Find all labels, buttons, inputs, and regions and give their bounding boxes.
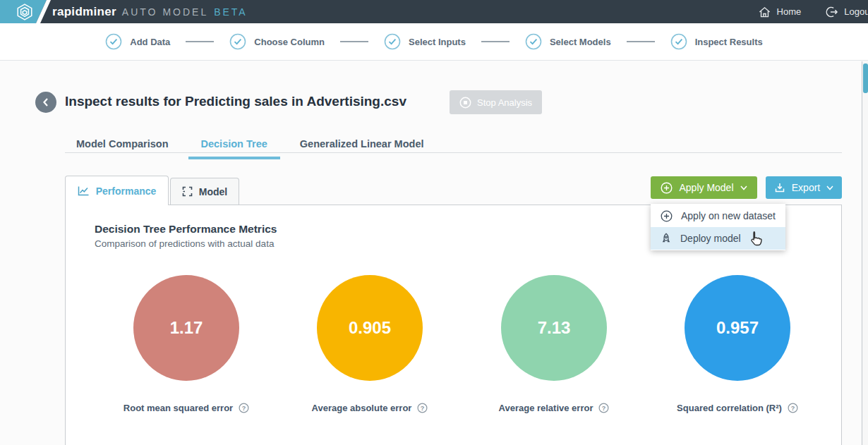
metric-label-relative-error: Average relative error ? [448,403,660,413]
line-chart-icon [78,185,90,196]
step-connector [481,41,510,42]
home-label: Home [777,6,802,17]
step-choose-column[interactable]: Choose Column [229,33,325,50]
header-nav: Home Logout [758,0,868,23]
check-circle-icon [229,33,246,50]
metric-value: 0.905 [349,318,391,338]
check-circle-icon [105,33,122,50]
metric-label-rmse: Root mean squared error ? [80,403,292,413]
logout-icon [825,6,838,18]
metric-label-text: Squared correlation (R²) [677,403,782,413]
scrollbar-thumb[interactable] [863,63,868,93]
help-icon[interactable]: ? [598,403,609,413]
panel-heading: Decision Tree Performance Metrics [95,223,277,236]
step-connector [627,41,655,42]
menu-item-apply-on-new-dataset[interactable]: Apply on new dataset [651,205,785,227]
rapidminer-logo-icon[interactable] [16,3,34,21]
home-icon [758,6,771,18]
metric-label-absolute-error: Average absolute error ? [264,403,476,413]
tab-model[interactable]: Model [170,178,239,205]
step-label: Choose Column [254,37,325,47]
step-connector [186,41,214,42]
step-inspect-results[interactable]: Inspect Results [670,33,763,50]
step-add-data[interactable]: Add Data [105,33,170,50]
scrollbar-track[interactable] [862,61,868,445]
tab-model-comparison[interactable]: Model Comparison [76,134,169,159]
metric-value: 0.957 [716,318,759,338]
check-circle-icon [384,33,401,50]
page-title: Inspect results for Predicting sales in … [65,94,406,109]
panel-subheading: Comparison of predictions with actual da… [95,238,274,249]
apply-model-button[interactable]: Apply Model [651,176,757,199]
logout-label: Logout [844,6,868,17]
menu-item-deploy-model[interactable]: Deploy model [651,227,785,250]
help-icon[interactable]: ? [239,403,249,413]
step-label: Add Data [130,37,170,47]
menu-item-label: Deploy model [680,233,741,244]
metric-circle-rmse: 1.17 [133,275,239,381]
back-button[interactable] [35,92,56,113]
metric-value: 1.17 [170,318,203,338]
step-select-inputs[interactable]: Select Inputs [384,33,466,50]
step-label: Inspect Results [695,37,763,47]
metric-circle-absolute-error: 0.905 [317,275,423,381]
model-tab-label: Model [199,186,227,197]
chevron-down-icon [826,185,833,190]
step-label: Select Models [550,37,611,47]
svg-text:?: ? [602,405,606,412]
apply-model-menu: Apply on new dataset Deploy model [651,204,785,250]
export-button[interactable]: Export [766,176,842,199]
menu-item-label: Apply on new dataset [681,210,776,221]
metric-label-text: Average relative error [499,403,593,413]
plus-circle-icon [661,210,673,222]
check-circle-icon [670,33,687,50]
tab-performance[interactable]: Performance [65,176,169,205]
stop-icon [459,97,471,109]
chevron-down-icon [740,185,747,190]
download-icon [774,182,785,193]
stop-analysis-label: Stop Analysis [477,97,532,108]
brand-name: rapidminer [52,5,116,19]
brand-text: rapidminer AUTO MODEL BETA [52,0,248,23]
tab-decision-tree[interactable]: Decision Tree [201,134,267,159]
svg-text:?: ? [421,405,425,412]
step-select-models[interactable]: Select Models [525,33,611,50]
metric-label-text: Root mean squared error [123,403,233,413]
rocket-icon [661,233,672,244]
step-connector [340,41,368,42]
svg-text:?: ? [242,405,246,412]
stop-analysis-button[interactable]: Stop Analysis [450,90,542,114]
beta-badge: BETA [214,6,248,18]
svg-text:?: ? [791,405,795,412]
export-label: Export [792,182,820,193]
cursor-pointer-icon [748,231,764,248]
help-icon[interactable]: ? [417,403,428,413]
plus-circle-icon [661,182,673,194]
help-icon[interactable]: ? [788,403,798,413]
metric-label-r-squared: Squared correlation (R²) ? [632,403,843,413]
top-header: rapidminer AUTO MODEL BETA Home [0,0,868,23]
progress-stepper: Add Data Choose Column Select Inputs [0,23,868,61]
step-label: Select Inputs [409,37,466,47]
tab-generalized-linear-model[interactable]: Generalized Linear Model [300,134,424,159]
metric-circle-r-squared: 0.957 [685,275,790,381]
frame-icon [182,186,193,197]
check-circle-icon [525,33,542,50]
apply-model-label: Apply Model [679,182,733,193]
home-button[interactable]: Home [758,6,802,18]
metric-circle-relative-error: 7.13 [501,275,607,381]
metric-value: 7.13 [538,318,571,338]
model-tabs: Model Comparison Decision Tree Generaliz… [76,134,423,159]
performance-tab-label: Performance [96,185,157,197]
logout-button[interactable]: Logout [825,6,868,18]
brand-product: AUTO MODEL [122,6,208,18]
metric-label-text: Average absolute error [312,403,412,413]
